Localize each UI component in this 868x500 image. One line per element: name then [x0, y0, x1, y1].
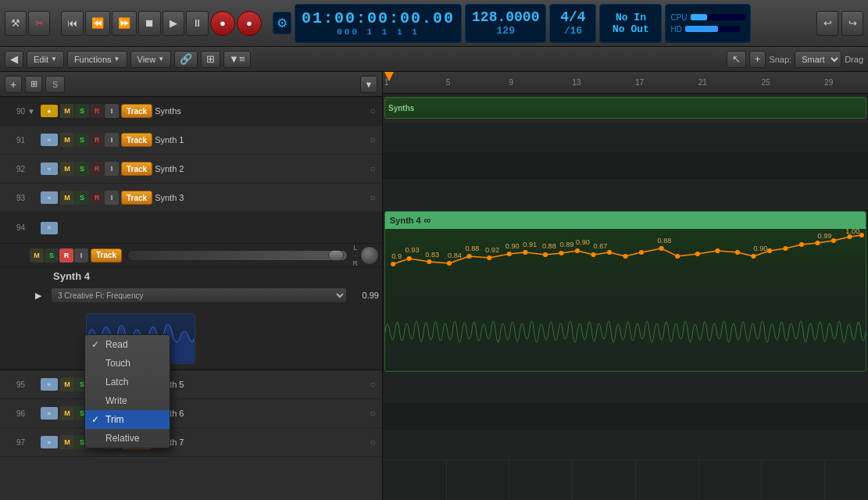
solo-button[interactable]: S — [75, 162, 89, 176]
track-type-button[interactable]: Track — [121, 162, 152, 176]
synth4-param-select[interactable]: 3 Creative Fi: Frequency — [51, 288, 347, 303]
timesig-display[interactable]: 4/4 /16 — [549, 4, 596, 43]
dropdown-item-touch[interactable]: Touch — [85, 354, 170, 373]
mute-button[interactable]: M — [60, 162, 74, 176]
synth4-region[interactable]: Synth 4 ∞ — [384, 211, 866, 372]
filter-button[interactable]: ▼≡ — [223, 51, 250, 68]
record2-button[interactable]: ● — [237, 11, 262, 36]
fold-tracks-button[interactable]: ▼ — [360, 76, 377, 93]
track-lane-synth7[interactable] — [383, 431, 868, 460]
fast-forward-button[interactable]: ⏩ — [112, 11, 137, 36]
track-lane-synth4[interactable]: Synth 4 ∞ — [383, 209, 868, 373]
record-arm-button[interactable]: R — [90, 162, 104, 176]
input-monitor-button[interactable]: I — [105, 162, 119, 176]
time-display[interactable]: 01:00:00:00.00 000 1 1 1 1 — [295, 4, 462, 43]
mute-button[interactable]: M — [60, 133, 74, 147]
solo-all-button[interactable]: S — [45, 76, 65, 93]
track-row[interactable]: 93 ≈ M S R I Track Synth 3 ○ — [0, 184, 382, 212]
solo-button[interactable]: S — [75, 104, 89, 118]
track-end-button[interactable]: ○ — [366, 378, 379, 391]
mute-button[interactable]: M — [60, 377, 74, 391]
track-end-button[interactable]: ○ — [366, 162, 379, 175]
track-end-button[interactable]: ○ — [366, 407, 379, 420]
synth4-volume-slider[interactable] — [127, 250, 347, 261]
track-lane-synth3[interactable] — [383, 180, 868, 209]
input-monitor-button[interactable]: I — [105, 104, 119, 118]
pointer-tool-button[interactable]: ↖ — [727, 51, 746, 68]
synths-region[interactable]: Synths — [384, 97, 866, 119]
track-row[interactable]: 96 ≈ M S R I Track Synth 6 ○ — [0, 399, 382, 428]
dropdown-item-trim[interactable]: Trim — [85, 410, 170, 429]
mute-button[interactable]: M — [60, 104, 74, 118]
scissors-button[interactable]: ✂ — [28, 11, 50, 36]
track-row[interactable]: 90 ▼ ● M S R I Track Synths ○ — [0, 97, 382, 126]
track-type-button[interactable]: Track — [121, 104, 152, 118]
track-row[interactable]: 97 ≈ M S R I Track Synth 7 ○ — [0, 428, 382, 457]
rewind-button[interactable]: ⏪ — [85, 11, 110, 36]
dropdown-item-read[interactable]: Read — [85, 335, 170, 354]
record-arm-button[interactable]: R — [59, 248, 73, 262]
dropdown-item-latch[interactable]: Latch — [85, 373, 170, 391]
track-end-button[interactable]: ○ — [366, 105, 379, 117]
view-menu-button[interactable]: View ▼ — [130, 51, 172, 68]
track-row[interactable]: 92 ≈ M S R I Track Synth 2 ○ — [0, 155, 382, 184]
track-type-icon-button[interactable]: ⊞ — [25, 76, 42, 93]
redo-button[interactable]: ↪ — [841, 11, 863, 36]
fold-arrow[interactable]: ▼ — [27, 107, 38, 116]
auto-label: 0.92 — [485, 246, 499, 254]
track-type-button[interactable]: Track — [91, 248, 122, 262]
synth4-pan-knob[interactable] — [360, 246, 379, 265]
go-to-start-button[interactable]: ⏮ — [61, 11, 84, 36]
track-type-button[interactable]: Track — [121, 133, 152, 147]
undo-button[interactable]: ↩ — [816, 11, 838, 36]
arrange-area[interactable]: Synths Synth 4 ∞ — [383, 94, 868, 500]
record-arm-button[interactable]: R — [90, 104, 104, 118]
track-lane-synth1[interactable] — [383, 123, 868, 152]
plus-button[interactable]: + — [749, 51, 766, 68]
solo-button[interactable]: S — [45, 248, 59, 262]
track-type-button[interactable]: Track — [121, 191, 152, 205]
track-end-button[interactable]: ○ — [366, 191, 379, 204]
tempo-display[interactable]: 128.0000 129 — [465, 4, 546, 43]
settings-button[interactable]: ⚙ — [273, 12, 291, 34]
msri-group: M S R I — [60, 162, 119, 176]
input-monitor-button[interactable]: I — [74, 248, 88, 262]
track-lane-synth5[interactable] — [383, 373, 868, 402]
input-monitor-button[interactable]: I — [105, 191, 119, 205]
mute-button[interactable]: M — [60, 191, 74, 205]
back-toolbar-button[interactable]: ◀ — [5, 51, 23, 68]
mute-button[interactable]: M — [60, 406, 74, 420]
track-end-button[interactable]: ○ — [366, 436, 379, 448]
mute-button[interactable]: M — [60, 435, 74, 449]
snap-select[interactable]: Smart Bar Beat — [795, 51, 841, 68]
record-button[interactable]: ● — [210, 11, 235, 36]
track-row[interactable]: 91 ≈ M S R I Track Synth 1 ○ — [0, 126, 382, 155]
track-end-button[interactable]: ○ — [366, 134, 379, 146]
grid-button[interactable]: ⊞ — [201, 51, 220, 68]
solo-button[interactable]: S — [75, 191, 89, 205]
functions-menu-button[interactable]: Functions ▼ — [67, 51, 127, 68]
track-row[interactable]: 95 ≈ M S R I Track Synth 5 ○ — [0, 370, 382, 399]
tools-button[interactable]: ⚒ — [5, 11, 27, 36]
play-button[interactable]: ▶ — [163, 11, 184, 36]
edit-menu-button[interactable]: Edit ▼ — [27, 51, 64, 68]
automation-line — [393, 235, 862, 264]
inout-display[interactable]: No In No Out — [599, 4, 662, 43]
record-arm-button[interactable]: R — [90, 191, 104, 205]
input-monitor-button[interactable]: I — [105, 133, 119, 147]
track-lane-synth2[interactable] — [383, 152, 868, 180]
dropdown-item-write[interactable]: Write — [85, 391, 170, 410]
track-lane-synth6[interactable] — [383, 402, 868, 431]
add-track-button[interactable]: + — [5, 76, 22, 93]
pause-button[interactable]: ⏸ — [186, 11, 209, 36]
stop-button[interactable]: ⏹ — [138, 11, 161, 36]
track-icon-yellow: ● — [41, 105, 58, 117]
expand-arrow[interactable]: ▶ — [35, 291, 46, 301]
mute-button[interactable]: M — [30, 248, 44, 262]
auto-label: 0.89 — [559, 241, 573, 248]
dropdown-item-relative[interactable]: Relative — [85, 429, 170, 448]
solo-button[interactable]: S — [75, 133, 89, 147]
link-button[interactable]: 🔗 — [174, 51, 198, 68]
record-arm-button[interactable]: R — [90, 133, 104, 147]
track-lane-synths[interactable]: Synths — [383, 94, 868, 123]
